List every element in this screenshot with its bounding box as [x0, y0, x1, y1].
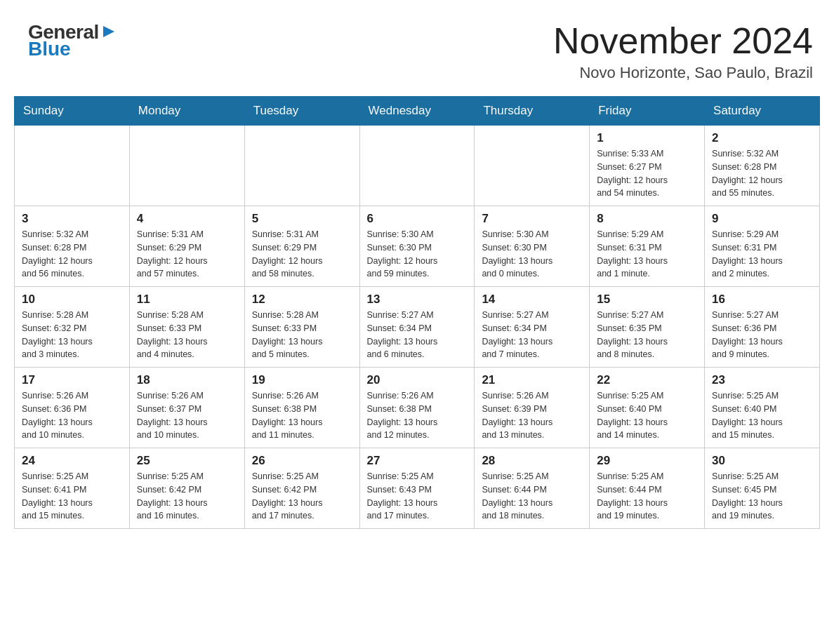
day-number: 1	[597, 131, 697, 145]
day-info: Sunrise: 5:26 AM Sunset: 6:39 PM Dayligh…	[482, 389, 582, 442]
calendar-table: SundayMondayTuesdayWednesdayThursdayFrid…	[14, 96, 820, 529]
calendar-week-row: 17Sunrise: 5:26 AM Sunset: 6:36 PM Dayli…	[15, 368, 820, 448]
day-info: Sunrise: 5:30 AM Sunset: 6:30 PM Dayligh…	[482, 228, 582, 281]
calendar-cell: 17Sunrise: 5:26 AM Sunset: 6:36 PM Dayli…	[15, 368, 130, 448]
day-number: 4	[137, 212, 237, 226]
calendar-cell: 25Sunrise: 5:25 AM Sunset: 6:42 PM Dayli…	[129, 448, 244, 529]
calendar-cell: 7Sunrise: 5:30 AM Sunset: 6:30 PM Daylig…	[475, 206, 590, 287]
day-number: 6	[367, 212, 468, 226]
calendar-cell: 27Sunrise: 5:25 AM Sunset: 6:43 PM Dayli…	[359, 448, 475, 529]
day-info: Sunrise: 5:28 AM Sunset: 6:32 PM Dayligh…	[22, 309, 122, 361]
day-info: Sunrise: 5:26 AM Sunset: 6:37 PM Dayligh…	[137, 389, 237, 442]
calendar-cell: 12Sunrise: 5:28 AM Sunset: 6:33 PM Dayli…	[244, 287, 359, 368]
day-info: Sunrise: 5:25 AM Sunset: 6:40 PM Dayligh…	[712, 389, 812, 442]
day-number: 18	[137, 373, 237, 387]
day-info: Sunrise: 5:33 AM Sunset: 6:27 PM Dayligh…	[597, 147, 697, 200]
day-info: Sunrise: 5:25 AM Sunset: 6:42 PM Dayligh…	[137, 470, 237, 523]
day-info: Sunrise: 5:26 AM Sunset: 6:36 PM Dayligh…	[22, 389, 122, 442]
day-number: 15	[597, 293, 697, 307]
calendar-cell: 19Sunrise: 5:26 AM Sunset: 6:38 PM Dayli…	[244, 368, 359, 448]
calendar-cell: 11Sunrise: 5:28 AM Sunset: 6:33 PM Dayli…	[129, 287, 244, 368]
day-number: 27	[367, 454, 468, 468]
day-number: 3	[22, 212, 122, 226]
title-block: November 2024 Novo Horizonte, Sao Paulo,…	[553, 21, 813, 82]
calendar-cell: 9Sunrise: 5:29 AM Sunset: 6:31 PM Daylig…	[705, 206, 820, 287]
day-number: 13	[367, 293, 468, 307]
day-number: 20	[367, 373, 468, 387]
day-number: 2	[712, 131, 812, 145]
day-number: 10	[22, 293, 122, 307]
calendar-cell	[129, 126, 244, 206]
day-number: 28	[482, 454, 582, 468]
day-number: 29	[597, 454, 697, 468]
calendar-cell	[475, 126, 590, 206]
day-info: Sunrise: 5:25 AM Sunset: 6:41 PM Dayligh…	[22, 470, 122, 523]
weekday-header-friday: Friday	[590, 97, 705, 126]
day-info: Sunrise: 5:27 AM Sunset: 6:34 PM Dayligh…	[367, 309, 468, 361]
day-info: Sunrise: 5:28 AM Sunset: 6:33 PM Dayligh…	[252, 309, 352, 361]
calendar-cell: 1Sunrise: 5:33 AM Sunset: 6:27 PM Daylig…	[590, 126, 705, 206]
day-number: 23	[712, 373, 812, 387]
calendar-cell	[15, 126, 130, 206]
weekday-header-saturday: Saturday	[705, 97, 820, 126]
calendar-cell	[244, 126, 359, 206]
day-number: 25	[137, 454, 237, 468]
day-info: Sunrise: 5:25 AM Sunset: 6:45 PM Dayligh…	[712, 470, 812, 523]
calendar-cell: 4Sunrise: 5:31 AM Sunset: 6:29 PM Daylig…	[129, 206, 244, 287]
calendar-cell: 30Sunrise: 5:25 AM Sunset: 6:45 PM Dayli…	[705, 448, 820, 529]
day-number: 17	[22, 373, 122, 387]
weekday-header-monday: Monday	[129, 97, 244, 126]
day-info: Sunrise: 5:29 AM Sunset: 6:31 PM Dayligh…	[597, 228, 697, 281]
day-info: Sunrise: 5:32 AM Sunset: 6:28 PM Dayligh…	[22, 228, 122, 281]
weekday-header-thursday: Thursday	[475, 97, 590, 126]
calendar-cell: 26Sunrise: 5:25 AM Sunset: 6:42 PM Dayli…	[244, 448, 359, 529]
day-info: Sunrise: 5:31 AM Sunset: 6:29 PM Dayligh…	[137, 228, 237, 281]
calendar-cell: 15Sunrise: 5:27 AM Sunset: 6:35 PM Dayli…	[590, 287, 705, 368]
day-number: 30	[712, 454, 812, 468]
calendar-cell: 16Sunrise: 5:27 AM Sunset: 6:36 PM Dayli…	[705, 287, 820, 368]
calendar-week-row: 3Sunrise: 5:32 AM Sunset: 6:28 PM Daylig…	[15, 206, 820, 287]
weekday-header-wednesday: Wednesday	[359, 97, 475, 126]
day-number: 22	[597, 373, 697, 387]
location-text: Novo Horizonte, Sao Paulo, Brazil	[553, 64, 813, 82]
day-info: Sunrise: 5:28 AM Sunset: 6:33 PM Dayligh…	[137, 309, 237, 361]
logo-arrow-icon	[102, 25, 116, 41]
calendar-cell: 21Sunrise: 5:26 AM Sunset: 6:39 PM Dayli…	[475, 368, 590, 448]
day-info: Sunrise: 5:29 AM Sunset: 6:31 PM Dayligh…	[712, 228, 812, 281]
day-number: 21	[482, 373, 582, 387]
calendar-cell: 5Sunrise: 5:31 AM Sunset: 6:29 PM Daylig…	[244, 206, 359, 287]
calendar-cell: 6Sunrise: 5:30 AM Sunset: 6:30 PM Daylig…	[359, 206, 475, 287]
calendar-cell: 28Sunrise: 5:25 AM Sunset: 6:44 PM Dayli…	[475, 448, 590, 529]
day-number: 7	[482, 212, 582, 226]
weekday-header-row: SundayMondayTuesdayWednesdayThursdayFrid…	[15, 97, 820, 126]
day-number: 5	[252, 212, 352, 226]
day-info: Sunrise: 5:26 AM Sunset: 6:38 PM Dayligh…	[367, 389, 468, 442]
day-number: 12	[252, 293, 352, 307]
svg-marker-0	[103, 26, 114, 37]
calendar-week-row: 1Sunrise: 5:33 AM Sunset: 6:27 PM Daylig…	[15, 126, 820, 206]
calendar-week-row: 24Sunrise: 5:25 AM Sunset: 6:41 PM Dayli…	[15, 448, 820, 529]
calendar-cell: 20Sunrise: 5:26 AM Sunset: 6:38 PM Dayli…	[359, 368, 475, 448]
day-info: Sunrise: 5:27 AM Sunset: 6:36 PM Dayligh…	[712, 309, 812, 361]
day-number: 24	[22, 454, 122, 468]
day-info: Sunrise: 5:27 AM Sunset: 6:35 PM Dayligh…	[597, 309, 697, 361]
day-info: Sunrise: 5:30 AM Sunset: 6:30 PM Dayligh…	[367, 228, 468, 281]
day-info: Sunrise: 5:27 AM Sunset: 6:34 PM Dayligh…	[482, 309, 582, 361]
day-info: Sunrise: 5:25 AM Sunset: 6:44 PM Dayligh…	[482, 470, 582, 523]
day-number: 26	[252, 454, 352, 468]
calendar-cell	[359, 126, 475, 206]
calendar-cell: 18Sunrise: 5:26 AM Sunset: 6:37 PM Dayli…	[129, 368, 244, 448]
weekday-header-tuesday: Tuesday	[244, 97, 359, 126]
calendar-cell: 13Sunrise: 5:27 AM Sunset: 6:34 PM Dayli…	[359, 287, 475, 368]
day-info: Sunrise: 5:25 AM Sunset: 6:42 PM Dayligh…	[252, 470, 352, 523]
day-number: 11	[137, 293, 237, 307]
calendar-cell: 23Sunrise: 5:25 AM Sunset: 6:40 PM Dayli…	[705, 368, 820, 448]
day-number: 19	[252, 373, 352, 387]
calendar-cell: 10Sunrise: 5:28 AM Sunset: 6:32 PM Dayli…	[15, 287, 130, 368]
day-info: Sunrise: 5:31 AM Sunset: 6:29 PM Dayligh…	[252, 228, 352, 281]
calendar-week-row: 10Sunrise: 5:28 AM Sunset: 6:32 PM Dayli…	[15, 287, 820, 368]
day-number: 16	[712, 293, 812, 307]
day-info: Sunrise: 5:25 AM Sunset: 6:40 PM Dayligh…	[597, 389, 697, 442]
day-info: Sunrise: 5:26 AM Sunset: 6:38 PM Dayligh…	[252, 389, 352, 442]
calendar-cell: 29Sunrise: 5:25 AM Sunset: 6:44 PM Dayli…	[590, 448, 705, 529]
